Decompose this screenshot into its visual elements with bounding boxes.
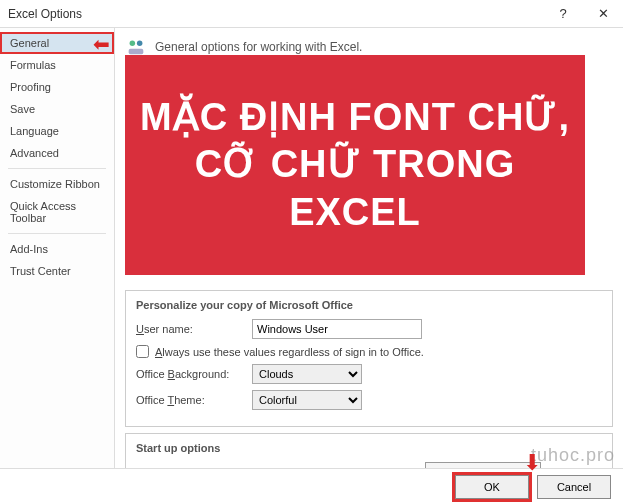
- sidebar-item-qat[interactable]: Quick Access Toolbar: [0, 195, 114, 229]
- dialog-footer: OK Cancel: [0, 468, 623, 504]
- sidebar: General Formulas Proofing Save Language …: [0, 28, 115, 468]
- window-title: Excel Options: [8, 7, 82, 21]
- window-buttons: ? ✕: [543, 0, 623, 27]
- theme-label: Office Theme:: [136, 394, 246, 406]
- sidebar-item-formulas[interactable]: Formulas: [0, 54, 114, 76]
- svg-point-0: [130, 41, 136, 47]
- annotation-overlay: MẶC ĐỊNH FONT CHỮ, CỠ CHỮ TRONG EXCEL: [125, 55, 585, 275]
- watermark: tuhoc.pro: [531, 445, 615, 466]
- sidebar-item-language[interactable]: Language: [0, 120, 114, 142]
- page-header-text: General options for working with Excel.: [155, 40, 362, 54]
- sidebar-item-advanced[interactable]: Advanced: [0, 142, 114, 164]
- always-use-label: Always use these values regardless of si…: [155, 346, 424, 358]
- help-button[interactable]: ?: [543, 0, 583, 27]
- always-use-checkbox[interactable]: [136, 345, 149, 358]
- sidebar-item-proofing[interactable]: Proofing: [0, 76, 114, 98]
- sidebar-divider: [8, 233, 106, 234]
- close-button[interactable]: ✕: [583, 0, 623, 27]
- sidebar-divider: [8, 168, 106, 169]
- username-label: User name:: [136, 323, 246, 335]
- sidebar-item-trust-center[interactable]: Trust Center: [0, 260, 114, 282]
- background-label: Office Background:: [136, 368, 246, 380]
- svg-point-1: [137, 41, 143, 47]
- titlebar: Excel Options ? ✕: [0, 0, 623, 28]
- username-input[interactable]: [252, 319, 422, 339]
- annotation-text: MẶC ĐỊNH FONT CHỮ, CỠ CHỮ TRONG EXCEL: [135, 94, 575, 237]
- sidebar-item-general[interactable]: General: [0, 32, 114, 54]
- personalize-group: Personalize your copy of Microsoft Offic…: [125, 290, 613, 427]
- svg-rect-2: [129, 49, 144, 55]
- sidebar-item-customize-ribbon[interactable]: Customize Ribbon: [0, 173, 114, 195]
- personalize-legend: Personalize your copy of Microsoft Offic…: [136, 299, 602, 311]
- sidebar-item-save[interactable]: Save: [0, 98, 114, 120]
- theme-select[interactable]: Colorful: [252, 390, 362, 410]
- sidebar-item-addins[interactable]: Add-Ins: [0, 238, 114, 260]
- cancel-button[interactable]: Cancel: [537, 475, 611, 499]
- ok-button[interactable]: OK: [455, 475, 529, 499]
- background-select[interactable]: Clouds: [252, 364, 362, 384]
